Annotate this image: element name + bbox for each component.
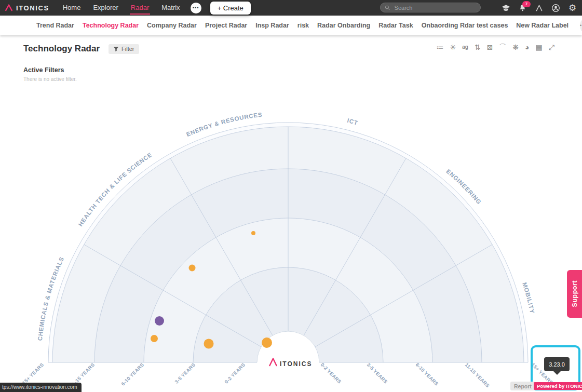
itonics-radar-app: { "colors": { "accent_pink": "#ee2d6c", … xyxy=(0,0,582,392)
ring-label-right: 0-2 YEARS xyxy=(320,362,343,385)
sector-label[interactable]: ENERGY & RESOURCES xyxy=(185,112,263,138)
settings-gear-icon[interactable]: ⚙ xyxy=(567,3,577,13)
notifications-bell-icon[interactable]: 7 xyxy=(518,3,527,13)
sector-label[interactable]: ENGINEERING xyxy=(445,168,482,206)
global-search[interactable] xyxy=(380,3,481,12)
radar-tabs-bar: Trend RadarTechnology RadarCompany Radar… xyxy=(0,16,582,35)
list-view-icon[interactable]: ≔ xyxy=(436,44,443,51)
sector-boundary-line xyxy=(315,245,492,347)
nav-item-home[interactable]: Home xyxy=(63,0,81,16)
ring-label-left: 3-5 YEARS xyxy=(173,362,196,385)
gauge-icon[interactable]: ⌒ xyxy=(499,44,506,51)
nav-item-explorer[interactable]: Explorer xyxy=(93,0,118,16)
filter-button-label: Filter xyxy=(121,46,134,52)
ring-boundary-arc xyxy=(193,267,383,362)
radar-tabs-more-button[interactable]: ••• xyxy=(580,20,582,32)
radar-chart: CHEMICALS & MATERIALSHEALTH TECH & LIFE … xyxy=(0,0,582,392)
nav-item-radar[interactable]: Radar xyxy=(131,0,149,16)
funnel-icon xyxy=(113,46,119,52)
ring-label-right: 3-5 YEARS xyxy=(366,362,389,385)
ring-boundary-arc xyxy=(48,123,528,362)
report-button[interactable]: Report xyxy=(510,382,535,390)
radar-tab-company-radar[interactable]: Company Radar xyxy=(147,22,197,29)
radar-tab-technology-radar[interactable]: Technology Radar xyxy=(83,22,139,29)
ring-label-right: 6-10 YEARS xyxy=(415,362,440,387)
center-logo-text: ITONICS xyxy=(280,360,312,368)
radar-item[interactable] xyxy=(251,231,255,235)
search-icon xyxy=(385,5,390,11)
radar-ring xyxy=(52,127,524,362)
nav-more-button[interactable]: ••• xyxy=(191,3,201,13)
ring-boundary-arc xyxy=(52,127,524,362)
page-header: Technology Radar Filter xyxy=(23,44,139,54)
powered-by-itonics-badge[interactable]: Powered by ITONICS xyxy=(534,382,582,390)
export-pdf-icon[interactable]: ▤ xyxy=(536,44,543,51)
sector-label[interactable]: ICT xyxy=(347,117,359,126)
radar-item[interactable] xyxy=(151,335,158,342)
radar-ring xyxy=(94,169,482,362)
nav-item-matrix[interactable]: Matrix xyxy=(161,0,180,16)
radar-item[interactable] xyxy=(155,316,164,326)
radar-ring xyxy=(48,123,528,362)
radar-tab-project-radar[interactable]: Project Radar xyxy=(205,22,247,29)
export-image-icon[interactable]: ⊠ xyxy=(487,44,493,51)
active-filters-title: Active Filters xyxy=(23,66,64,74)
academy-icon[interactable] xyxy=(501,3,511,13)
itonics-triangle-icon xyxy=(4,3,13,12)
ring-boundary-arc xyxy=(94,169,482,362)
top-navigation-bar: ITONICS HomeExplorerRadarMatrix ••• + Cr… xyxy=(0,0,582,16)
network-icon[interactable]: ✳ xyxy=(450,44,456,51)
search-input[interactable] xyxy=(394,4,476,11)
pie-chart-icon[interactable]: ◕ xyxy=(525,44,529,51)
topbar-icon-group: 7 ⚙ xyxy=(501,0,577,16)
sector-boundary-line xyxy=(170,158,273,335)
ring-label-left: 6-10 YEARS xyxy=(120,362,145,387)
sector-boundary-line xyxy=(84,245,261,347)
sliders-icon[interactable]: ⇅ xyxy=(475,44,481,51)
page-title: Technology Radar xyxy=(23,44,100,54)
status-url-tooltip: tps://www.itonics-innovation.com xyxy=(0,383,82,392)
radar-item[interactable] xyxy=(262,337,272,348)
no-active-filter-text: There is no active filter. xyxy=(23,76,77,82)
sector-label[interactable]: HEALTH TECH & LIFE SCIENCE xyxy=(77,152,154,228)
profile-icon[interactable] xyxy=(551,3,561,13)
ring-label-left: 0-2 YEARS xyxy=(223,362,246,385)
radar-item[interactable] xyxy=(204,339,214,349)
radar-tab-radar-task[interactable]: Radar Task xyxy=(378,22,413,29)
radar-item[interactable] xyxy=(189,265,196,272)
itonics-a-icon[interactable] xyxy=(534,3,544,13)
radar-ring xyxy=(144,218,432,362)
fullscreen-icon[interactable]: ⤢ xyxy=(549,44,554,51)
support-tab-label: Support xyxy=(571,280,578,307)
notification-badge: 7 xyxy=(522,1,531,7)
ring-label-right: 11-15 YEARS xyxy=(464,362,491,389)
sector-label[interactable]: CHEMICALS & MATERIALS xyxy=(37,256,65,341)
ring-boundary-arc xyxy=(144,218,432,362)
filter-button[interactable]: Filter xyxy=(109,44,139,54)
radar-tab-insp-radar[interactable]: Insp Radar xyxy=(255,22,289,29)
radar-tab-trend-radar[interactable]: Trend Radar xyxy=(36,22,74,29)
radar-tab-new-radar-label[interactable]: New Radar Label xyxy=(516,22,569,29)
primary-nav: HomeExplorerRadarMatrix xyxy=(63,0,180,16)
itonics-logo[interactable]: ITONICS xyxy=(4,3,49,12)
radar-toolbar: ≔✳ag⇅⊠⌒❋◕▤⤢ xyxy=(436,44,554,51)
center-logo-triangle-icon xyxy=(269,359,277,367)
version-tooltip: 3.23.0 xyxy=(544,357,570,371)
itonics-logo-text: ITONICS xyxy=(16,4,49,12)
support-tab[interactable]: Support xyxy=(567,270,582,318)
radar-tab-radar-onbarding[interactable]: Radar Onbarding xyxy=(317,22,370,29)
radar-tab-risk[interactable]: risk xyxy=(297,22,309,29)
cluster-icon[interactable]: ❋ xyxy=(512,44,519,51)
radar-tab-onbaording-rdar-test-cases[interactable]: Onbaording Rdar test cases xyxy=(422,22,508,29)
sector-boundary-line xyxy=(304,158,406,335)
sector-label[interactable]: MOBILITY xyxy=(521,281,536,314)
radar-ring xyxy=(193,267,383,362)
create-button[interactable]: + Create xyxy=(210,2,251,15)
ring-label-left: 15+ YEARS xyxy=(21,362,45,386)
labels-icon[interactable]: ag xyxy=(462,45,468,50)
